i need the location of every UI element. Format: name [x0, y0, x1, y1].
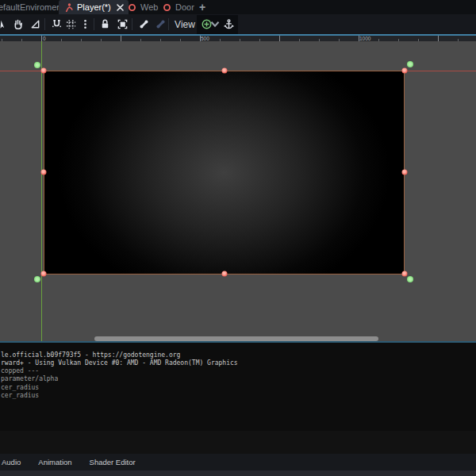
log-line: cer_radius	[1, 392, 238, 400]
selection-handle-top-right[interactable]	[402, 68, 408, 74]
tab-label: Web	[140, 2, 158, 12]
output-log-text: le.official.b09f793f5 - https://godoteng…	[1, 351, 238, 401]
anchor-marker-top-right[interactable]	[407, 61, 413, 67]
toolbar-separator	[168, 18, 169, 30]
bottom-panel-shader-editor[interactable]: Shader Editor	[90, 458, 136, 466]
snap-options-icon[interactable]	[76, 16, 94, 33]
tab-label: efaultEnviroment	[0, 2, 64, 12]
bottom-panel-audio[interactable]: Audio	[2, 458, 21, 466]
bone-icon[interactable]	[135, 16, 152, 33]
node3d-icon	[127, 2, 137, 13]
anchor-marker-bottom-right[interactable]	[407, 276, 413, 282]
ruler-label: 1000	[359, 36, 370, 41]
godot-editor: efaultEnviroment Player(*) Web Door +	[0, 0, 476, 476]
tab-player[interactable]: Player(*)	[59, 0, 129, 14]
chevron-down-icon[interactable]	[210, 16, 220, 33]
new-scene-tab-button[interactable]: +	[199, 0, 205, 14]
selection-handle-top-center[interactable]	[221, 68, 227, 74]
anchor-icon[interactable]	[220, 16, 237, 33]
output-log-panel: le.official.b09f793f5 - https://godoteng…	[0, 343, 476, 455]
anchor-tools-panel	[197, 15, 238, 34]
lock-icon[interactable]	[96, 16, 113, 33]
skeleton-options-icon[interactable]	[152, 16, 169, 33]
selection-handle-bottom-center[interactable]	[221, 271, 227, 277]
selection-handle-bottom-right[interactable]	[402, 271, 408, 277]
2d-viewport-canvas[interactable]	[0, 41, 476, 341]
bottom-strip	[0, 470, 476, 476]
view-menu[interactable]: View	[171, 16, 198, 33]
toolbar-separator	[94, 18, 94, 30]
log-line: cer_radius	[1, 384, 238, 392]
log-line: parameter/alpha	[1, 375, 238, 383]
node3d-icon	[162, 2, 172, 13]
toolbar-separator	[132, 18, 132, 30]
log-line: le.official.b09f793f5 - https://godoteng…	[1, 351, 238, 359]
tab-default-environment[interactable]: efaultEnviroment	[0, 0, 64, 14]
scene-tab-bar: efaultEnviroment Player(*) Web Door +	[0, 0, 476, 14]
selection-handle-middle-left[interactable]	[41, 170, 47, 175]
log-line: copped ---	[1, 367, 238, 375]
selection-handle-middle-right[interactable]	[402, 170, 408, 175]
tab-label: Player(*)	[77, 2, 111, 12]
origin-axis-y-green	[41, 41, 42, 341]
close-icon[interactable]	[117, 4, 124, 11]
2d-editor-toolbar: View	[0, 14, 476, 34]
tab-web[interactable]: Web	[127, 0, 158, 14]
tab-door[interactable]: Door	[162, 0, 194, 14]
ruler-label: 500	[201, 36, 209, 41]
selected-node-texture[interactable]	[44, 71, 405, 274]
selection-handle-top-left[interactable]	[41, 68, 47, 74]
toolbar-separator	[44, 18, 45, 30]
log-line: rward+ - Using Vulkan Device #0: AMD - A…	[1, 359, 238, 367]
group-icon[interactable]	[113, 16, 131, 33]
list-select-mode-icon[interactable]	[0, 16, 9, 33]
selection-handle-bottom-left[interactable]	[41, 271, 47, 277]
ruler-label: 0	[43, 36, 46, 41]
bottom-panel-animation[interactable]: Animation	[38, 458, 71, 466]
pan-mode-icon[interactable]	[9, 16, 26, 33]
character-icon	[63, 2, 74, 13]
tab-label: Door	[175, 2, 194, 12]
anchor-marker-bottom-left[interactable]	[34, 276, 40, 282]
output-log-lower-band	[0, 431, 476, 455]
bottom-panel-bar: Audio Animation Shader Editor	[0, 454, 476, 470]
horizontal-ruler: 0 500 1000	[0, 36, 476, 41]
ruler-mode-icon[interactable]	[26, 16, 44, 33]
anchor-marker-top-left[interactable]	[34, 62, 40, 68]
